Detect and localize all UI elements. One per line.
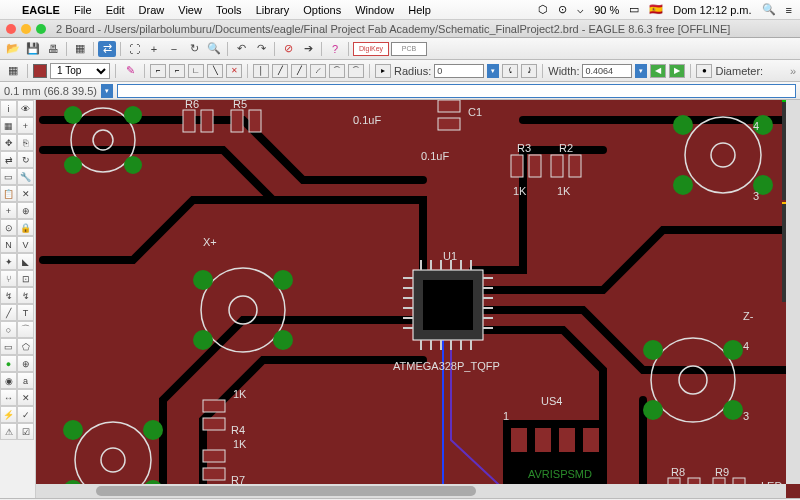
- zoom-select-button[interactable]: 🔍: [205, 41, 223, 57]
- board-schematic-toggle[interactable]: ⇄: [98, 41, 116, 57]
- menu-edit[interactable]: Edit: [106, 4, 125, 16]
- name-tool[interactable]: N: [0, 236, 17, 253]
- lock-tool[interactable]: 🔒: [17, 219, 34, 236]
- bend-style-2[interactable]: ∟: [188, 64, 204, 78]
- zoom-redraw-button[interactable]: ↻: [185, 41, 203, 57]
- width-dropdown[interactable]: ▾: [635, 64, 647, 78]
- go-button[interactable]: ➔: [299, 41, 317, 57]
- dimension-tool[interactable]: ↔: [0, 389, 17, 406]
- bluetooth-icon[interactable]: ⌵: [577, 3, 584, 16]
- cam-button[interactable]: ▦: [71, 41, 89, 57]
- arc-cw-icon[interactable]: ⤹: [502, 64, 518, 78]
- redo-button[interactable]: ↷: [252, 41, 270, 57]
- rect-tool[interactable]: ▭: [0, 338, 17, 355]
- eyedropper-icon[interactable]: ✎: [121, 63, 139, 79]
- dec-button[interactable]: ▶: [669, 64, 685, 78]
- cancel-button[interactable]: ⊘: [279, 41, 297, 57]
- change-tool[interactable]: 🔧: [17, 168, 34, 185]
- menu-file[interactable]: File: [74, 4, 92, 16]
- text-tool[interactable]: T: [17, 304, 34, 321]
- radius-dropdown[interactable]: ▾: [487, 64, 499, 78]
- battery-icon[interactable]: ▭: [629, 3, 639, 16]
- help-button[interactable]: ?: [326, 41, 344, 57]
- wifi-icon[interactable]: ⊙: [558, 3, 567, 16]
- close-window-button[interactable]: [6, 24, 16, 34]
- route-tool[interactable]: ↯: [0, 287, 17, 304]
- vertical-scrollbar[interactable]: [786, 100, 800, 484]
- inc-button[interactable]: ◀: [650, 64, 666, 78]
- miter-icon[interactable]: ▸: [375, 64, 391, 78]
- optimize-tool[interactable]: ⊡: [17, 270, 34, 287]
- group-tool[interactable]: ▭: [0, 168, 17, 185]
- spotlight-icon[interactable]: 🔍: [762, 3, 776, 16]
- menu-help[interactable]: Help: [408, 4, 431, 16]
- miter-tool[interactable]: ◣: [17, 253, 34, 270]
- layer-color-swatch[interactable]: [33, 64, 47, 78]
- erc-tool[interactable]: ✓: [17, 406, 34, 423]
- hole-tool[interactable]: ◉: [0, 372, 17, 389]
- add-tool[interactable]: +: [0, 202, 17, 219]
- grid-button[interactable]: ▦: [4, 63, 22, 79]
- via-tool[interactable]: ●: [0, 355, 17, 372]
- signal-tool[interactable]: ⊕: [17, 355, 34, 372]
- pcb-quote-link[interactable]: PCB: [391, 42, 427, 56]
- digikey-link[interactable]: DigiKey: [353, 42, 389, 56]
- menu-window[interactable]: Window: [355, 4, 394, 16]
- mark-tool[interactable]: +: [17, 117, 34, 134]
- clock[interactable]: Dom 12:12 p.m.: [673, 4, 751, 16]
- paste-tool[interactable]: 📋: [0, 185, 17, 202]
- bend-style-0[interactable]: ⌐: [150, 64, 166, 78]
- arc-tool[interactable]: ⌒: [17, 321, 34, 338]
- bend-style-1[interactable]: ⌐: [169, 64, 185, 78]
- wire-45-icon[interactable]: ╱: [272, 64, 288, 78]
- value-tool[interactable]: V: [17, 236, 34, 253]
- wire-straight-icon[interactable]: │: [253, 64, 269, 78]
- show-tool[interactable]: 👁: [17, 100, 34, 117]
- drc-tool[interactable]: ☑: [17, 423, 34, 440]
- menu-library[interactable]: Library: [256, 4, 290, 16]
- command-input[interactable]: [117, 84, 796, 98]
- board-canvas[interactable]: C1 0.1uF 0.1uF R3 R2 1K 1K R6 R5 X+ Z- 1…: [36, 100, 800, 498]
- via-round-icon[interactable]: ●: [696, 64, 712, 78]
- menu-draw[interactable]: Draw: [139, 4, 165, 16]
- wire-tool[interactable]: ╱: [0, 304, 17, 321]
- open-button[interactable]: 📂: [4, 41, 22, 57]
- split-tool[interactable]: ⑂: [0, 270, 17, 287]
- save-button[interactable]: 💾: [24, 41, 42, 57]
- wire-angle-icon[interactable]: ╱: [291, 64, 307, 78]
- wire-arc2-icon[interactable]: ⌒: [348, 64, 364, 78]
- pinswap-tool[interactable]: ⊕: [17, 202, 34, 219]
- battery-percent[interactable]: 90 %: [594, 4, 619, 16]
- wire-free-icon[interactable]: ⟋: [310, 64, 326, 78]
- errors-tool[interactable]: ⚠: [0, 423, 17, 440]
- display-tool[interactable]: ▦: [0, 117, 17, 134]
- replace-tool[interactable]: ⊙: [0, 219, 17, 236]
- zoom-in-button[interactable]: +: [145, 41, 163, 57]
- zoom-out-button[interactable]: −: [165, 41, 183, 57]
- zoom-window-button[interactable]: [36, 24, 46, 34]
- bend-style-3[interactable]: ╲: [207, 64, 223, 78]
- arc-ccw-icon[interactable]: ⤸: [521, 64, 537, 78]
- coord-dropdown[interactable]: ▾: [101, 84, 113, 98]
- width-input[interactable]: 0.4064: [582, 64, 632, 78]
- delete-tool[interactable]: ✕: [17, 185, 34, 202]
- rotate-tool[interactable]: ↻: [17, 151, 34, 168]
- copy-tool[interactable]: ⎘: [17, 134, 34, 151]
- auto-tool[interactable]: ⚡: [0, 406, 17, 423]
- zoom-fit-button[interactable]: ⛶: [125, 41, 143, 57]
- circle-tool[interactable]: ○: [0, 321, 17, 338]
- attribute-tool[interactable]: a: [17, 372, 34, 389]
- dropbox-icon[interactable]: ⬡: [538, 3, 548, 16]
- minimize-window-button[interactable]: [21, 24, 31, 34]
- ratsnest-tool[interactable]: ✕: [17, 389, 34, 406]
- polygon-tool[interactable]: ⬠: [17, 338, 34, 355]
- bend-style-4[interactable]: ✕: [226, 64, 242, 78]
- info-tool[interactable]: i: [0, 100, 17, 117]
- undo-button[interactable]: ↶: [232, 41, 250, 57]
- move-tool[interactable]: ✥: [0, 134, 17, 151]
- menu-options[interactable]: Options: [303, 4, 341, 16]
- menu-tools[interactable]: Tools: [216, 4, 242, 16]
- menu-view[interactable]: View: [178, 4, 202, 16]
- ripup-tool[interactable]: ↯: [17, 287, 34, 304]
- app-menu[interactable]: EAGLE: [22, 4, 60, 16]
